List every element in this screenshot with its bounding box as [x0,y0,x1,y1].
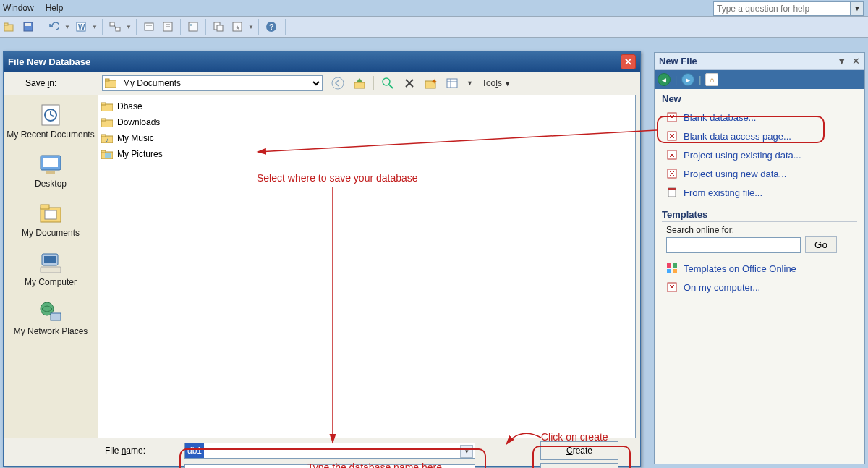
annotation-box [657,116,825,143]
svg-line-71 [258,130,657,152]
annotation-text: Click on create [541,431,608,443]
annotation-text: Type the database name here [307,461,442,468]
annotation-box [532,446,631,468]
annotation-arrows [0,0,868,468]
annotation-text: Select where to save your database [257,172,418,184]
